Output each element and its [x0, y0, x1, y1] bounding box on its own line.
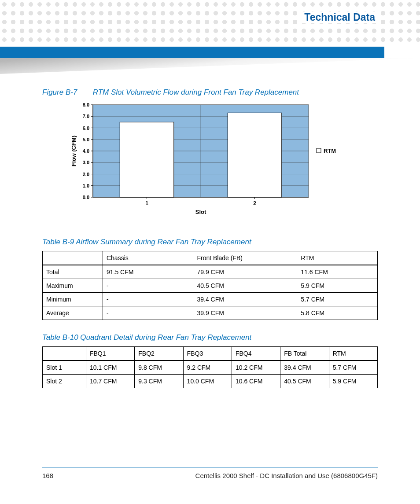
header-triangle-shadow	[0, 58, 420, 74]
table-header: FBQ4	[232, 347, 280, 361]
y-tick-label: 4.0	[83, 148, 89, 154]
table-cell: 5.9 CFM	[329, 375, 377, 388]
table-cell: 10.7 CFM	[86, 375, 134, 388]
table-row: Average-39.9 CFM5.8 CFM	[43, 306, 378, 320]
figure-caption: Figure B-7 RTM Slot Volumetric Flow duri…	[42, 88, 378, 97]
table-cell: 10.2 CFM	[232, 361, 280, 375]
table-row: Slot 110.1 CFM9.8 CFM9.2 CFM10.2 CFM39.4…	[43, 361, 378, 375]
table-header: FBQ2	[135, 347, 183, 361]
table-cell: 10.0 CFM	[183, 375, 232, 388]
table-cell: Average	[43, 306, 103, 320]
table-cell: 10.1 CFM	[86, 361, 134, 375]
bar	[120, 122, 174, 197]
table-header: RTM	[329, 347, 377, 361]
table-cell: 10.6 CFM	[232, 375, 280, 388]
table-cell: 39.9 CFM	[193, 306, 297, 320]
y-tick-label: 3.0	[83, 160, 89, 165]
y-axis-label: Flow (CFM)	[70, 136, 77, 166]
table-header: RTM	[297, 251, 378, 265]
table-cell: Maximum	[43, 279, 103, 293]
table-cell: 5.9 CFM	[297, 279, 378, 293]
y-tick-label: 8.0	[83, 102, 89, 107]
bar	[228, 113, 282, 197]
y-tick-label: 7.0	[83, 114, 89, 119]
y-tick-label: 0.0	[83, 195, 89, 200]
table-row: Slot 210.7 CFM9.3 CFM10.0 CFM10.6 CFM40.…	[43, 375, 378, 388]
table-cell: 5.7 CFM	[329, 361, 377, 375]
table-row: Maximum-40.5 CFM5.9 CFM	[43, 279, 378, 293]
table-cell: 11.6 CFM	[297, 265, 378, 279]
legend-label: RTM	[324, 147, 336, 154]
table-cell: 40.5 CFM	[280, 375, 329, 388]
table-cell: 5.7 CFM	[297, 293, 378, 306]
table-header: FB Total	[280, 347, 329, 361]
y-tick-label: 6.0	[83, 125, 89, 131]
table-cell: 5.8 CFM	[297, 306, 378, 320]
table-cell: Total	[43, 265, 103, 279]
table-b10: FBQ1FBQ2FBQ3FBQ4FB TotalRTM Slot 110.1 C…	[42, 346, 378, 388]
page-content: Figure B-7 RTM Slot Volumetric Flow duri…	[42, 88, 378, 401]
table-header	[43, 347, 86, 361]
table-cell: 9.8 CFM	[135, 361, 183, 375]
doc-title: Centellis 2000 Shelf - DC Installation a…	[195, 472, 378, 479]
table-cell: 9.2 CFM	[183, 361, 232, 375]
page-title: Technical Data	[302, 11, 378, 23]
table-cell: Slot 2	[43, 375, 86, 388]
table-header: Chassis	[103, 251, 193, 265]
header-blue-bar	[0, 47, 384, 58]
table-row: Minimum-39.4 CFM5.7 CFM	[43, 293, 378, 306]
figure-title: RTM Slot Volumetric Flow during Front Fa…	[93, 88, 299, 96]
table-cell: 9.3 CFM	[135, 375, 183, 388]
table-cell: 40.5 CFM	[193, 279, 297, 293]
table-header: FBQ3	[183, 347, 232, 361]
table-cell: -	[103, 306, 193, 320]
legend-swatch	[317, 148, 321, 153]
table-header	[43, 251, 103, 265]
table-b10-caption: Table B-10 Quadrant Detail during Rear F…	[42, 333, 378, 342]
x-tick-label: 2	[253, 200, 256, 206]
table-b9: ChassisFront Blade (FB)RTM Total91.5 CFM…	[42, 251, 378, 320]
y-tick-label: 5.0	[83, 137, 89, 142]
table-cell: 91.5 CFM	[103, 265, 193, 279]
table-cell: -	[103, 279, 193, 293]
page-footer: 168 Centellis 2000 Shelf - DC Installati…	[42, 467, 378, 479]
table-cell: -	[103, 293, 193, 306]
chart-b7: 0.01.02.03.04.05.06.07.08.012SlotFlow (C…	[69, 101, 350, 222]
table-cell: Minimum	[43, 293, 103, 306]
table-header: Front Blade (FB)	[193, 251, 297, 265]
page-number: 168	[42, 472, 53, 479]
table-b9-caption: Table B-9 Airflow Summary during Rear Fa…	[42, 238, 378, 246]
table-cell: 39.4 CFM	[193, 293, 297, 306]
table-cell: 39.4 CFM	[280, 361, 329, 375]
table-row: Total91.5 CFM79.9 CFM11.6 CFM	[43, 265, 378, 279]
x-tick-label: 1	[145, 200, 148, 206]
x-axis-label: Slot	[195, 209, 206, 215]
y-tick-label: 2.0	[83, 172, 89, 177]
table-header: FBQ1	[86, 347, 134, 361]
y-tick-label: 1.0	[83, 183, 89, 188]
bar-chart-svg: 0.01.02.03.04.05.06.07.08.012SlotFlow (C…	[69, 101, 350, 220]
table-cell: 79.9 CFM	[193, 265, 297, 279]
table-cell: Slot 1	[43, 361, 86, 375]
figure-label: Figure B-7	[42, 88, 91, 97]
